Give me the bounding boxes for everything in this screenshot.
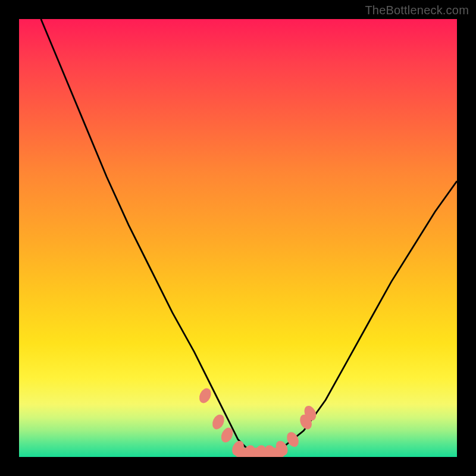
chart-frame: TheBottleneck.com (0, 0, 476, 476)
curve-markers (197, 386, 318, 457)
chart-svg (19, 19, 457, 457)
marker-point (197, 386, 213, 405)
bottleneck-curve (41, 19, 457, 453)
marker-point (210, 413, 226, 431)
watermark-text: TheBottleneck.com (365, 4, 469, 17)
plot-area (19, 19, 457, 457)
marker-point (284, 430, 300, 449)
